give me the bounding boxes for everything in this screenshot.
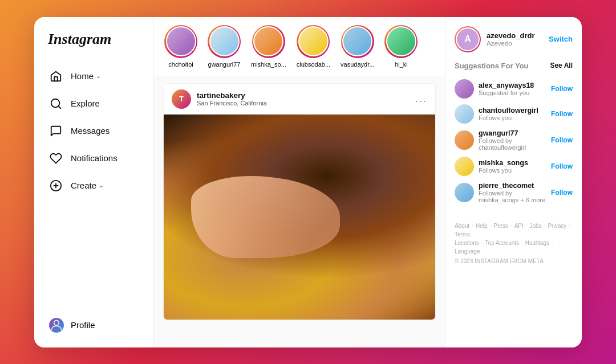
follow-button-3[interactable]: Follow [551,162,573,170]
footer-link-terms[interactable]: Terms [455,231,470,238]
follow-button-2[interactable]: Follow [551,136,573,144]
app-logo: Instagram [43,31,147,48]
suggestion-info-1: chantouflowergirl Follows you [479,107,538,121]
post-more-button[interactable]: ... [415,93,427,105]
post-header: T tartinebakery San Francisco, Californi… [164,84,435,114]
suggestion-username-3[interactable]: mishka_songs [479,159,528,167]
story-avatar-0 [166,26,196,56]
post-user-info: T tartinebakery San Francisco, Californi… [172,89,267,109]
suggestion-reason-2: Followed by chantouflowergirl [479,137,551,151]
suggestion-username-0[interactable]: alex_anyways18 [479,81,534,89]
footer-link-topaccounts[interactable]: Top Accounts [485,240,519,246]
footer-links: About · Help · Press · API · Jobs · Priv… [455,223,573,264]
footer-link-api[interactable]: API [514,223,524,229]
current-user-info: A azevedo_drdr Azevedo [455,26,535,52]
footer-link-sep9: · [552,240,553,246]
suggestions-title: Suggestions For You [455,62,529,70]
footer-copyright: © 2023 INSTAGRAM FROM META [455,258,573,264]
footer-link-jobs[interactable]: Jobs [530,223,542,229]
suggestion-item-2: gwangurl77 Followed by chantouflowergirl… [455,129,573,151]
create-icon [49,179,63,193]
switch-button[interactable]: Switch [549,35,573,43]
post-username[interactable]: tartinebakery [197,91,267,100]
story-item-0[interactable]: chchoitoi [164,25,197,68]
profile-label: Profile [71,320,95,330]
home-label-wrapper: Home ⌄ [71,71,101,81]
suggestion-avatar-4 [455,183,474,202]
current-username[interactable]: azevedo_drdr [487,31,535,40]
story-username-1: gwangurl77 [208,61,241,68]
suggestion-username-2[interactable]: gwangurl77 [479,129,551,137]
suggestion-left-4: pierre_thecomet Followed by mishka_songs… [455,182,551,203]
story-item-4[interactable]: vasudaydr... [341,25,374,68]
story-ring-1 [208,25,241,58]
explore-label: Explore [71,99,100,108]
footer-link-about[interactable]: About [455,223,469,229]
story-item-1[interactable]: gwangurl77 [208,25,241,68]
suggestion-username-4[interactable]: pierre_thecomet [479,182,551,190]
suggestion-avatar-1 [455,104,474,124]
suggestion-reason-3: Follows you [479,167,528,174]
sidebar-item-home[interactable]: Home ⌄ [43,64,147,89]
footer-link-sep6: · [569,223,570,229]
footer-link-sep7: · [481,240,483,246]
sidebar-bottom: Profile [43,312,147,338]
suggestion-left-0: alex_anyways18 Suggested for you [455,79,534,99]
notifications-label: Notifications [71,153,117,163]
story-avatar-5 [386,26,416,56]
sidebar-item-messages[interactable]: Messages [43,118,147,144]
footer-link-press[interactable]: Press [493,223,508,229]
sidebar-item-profile[interactable]: Profile [43,312,147,338]
main-content: chchoitoi gwangurl77 mishka_so... clubso… [154,17,445,347]
see-all-button[interactable]: See All [550,62,573,69]
story-ring-2 [252,25,285,58]
story-ring-5 [384,25,418,58]
sidebar-item-explore[interactable]: Explore [43,91,147,116]
home-icon [49,69,63,83]
story-ring-0 [164,25,197,58]
suggestion-username-1[interactable]: chantouflowergirl [479,107,538,114]
notifications-icon [49,152,63,165]
suggestion-info-4: pierre_thecomet Followed by mishka_songs… [479,182,551,203]
home-chevron: ⌄ [96,72,101,80]
story-username-4: vasudaydr... [341,61,374,68]
svg-line-1 [58,106,60,108]
app-container: Instagram Home ⌄ [34,17,582,347]
sidebar-item-create[interactable]: Create ⌄ [43,173,147,198]
follow-button-0[interactable]: Follow [551,85,573,93]
post-image [164,114,435,320]
follow-button-1[interactable]: Follow [551,110,573,118]
footer-link-sep4: · [526,223,528,229]
suggestion-avatar-2 [455,130,474,150]
story-ring-3 [297,25,330,58]
current-user-details: azevedo_drdr Azevedo [487,31,535,47]
footer-link-language[interactable]: Language [455,248,480,255]
story-ring-4 [341,25,374,58]
footer-link-sep1: · [472,223,473,229]
right-panel: A azevedo_drdr Azevedo Switch Suggestion… [445,17,582,347]
story-username-5: hi_ki [395,61,408,68]
post-avatar: T [172,89,191,109]
sidebar-item-notifications[interactable]: Notifications [43,146,147,171]
post-user-details: tartinebakery San Francisco, California [197,91,267,107]
sidebar-nav: Home ⌄ Explore M [43,64,147,312]
stories-bar: chchoitoi gwangurl77 mishka_so... clubso… [154,17,445,76]
suggestion-item-0: alex_anyways18 Suggested for you Follow [455,79,573,99]
story-item-2[interactable]: mishka_so... [251,25,286,68]
follow-button-4[interactable]: Follow [551,189,573,197]
footer-link-privacy[interactable]: Privacy [548,223,566,229]
footer-link-help[interactable]: Help [476,223,488,229]
footer-link-locations[interactable]: Locations [455,240,479,246]
story-avatar-4 [342,26,372,56]
current-user-section: A azevedo_drdr Azevedo Switch [455,26,573,52]
story-item-3[interactable]: clubsodab... [297,25,330,68]
suggestion-reason-1: Follows you [479,114,538,121]
sidebar: Instagram Home ⌄ [34,17,154,347]
home-label: Home [71,71,94,81]
current-subname: Azevedo [487,40,535,47]
feed-area: T tartinebakery San Francisco, Californi… [154,76,445,347]
create-chevron: ⌄ [99,182,104,189]
footer-link-hashtags[interactable]: Hashtags [525,240,549,246]
story-item-5[interactable]: hi_ki [384,25,418,68]
footer-link-sep8: · [521,240,523,246]
